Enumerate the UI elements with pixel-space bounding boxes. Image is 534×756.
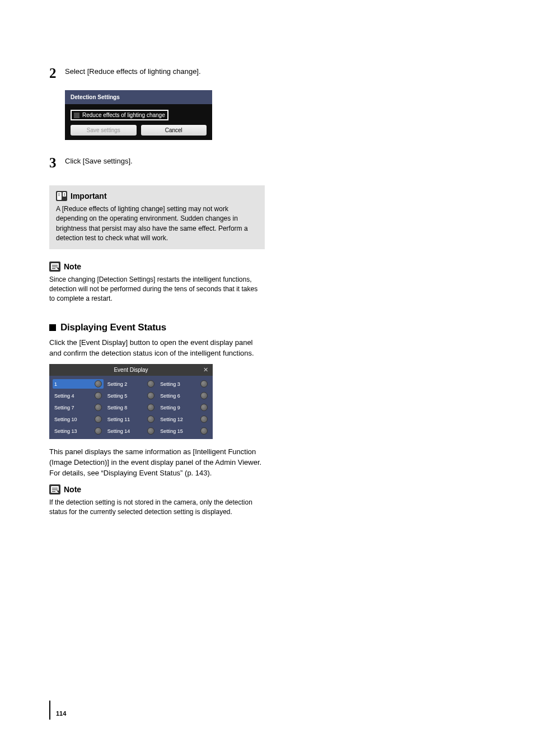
event-setting-cell[interactable]: 1: [53, 379, 104, 389]
cancel-button[interactable]: Cancel: [141, 125, 207, 136]
section-title: Displaying Event Status: [60, 322, 166, 333]
status-dot-icon: [200, 416, 208, 423]
event-setting-cell[interactable]: Setting 10: [53, 414, 104, 424]
status-dot-icon: [147, 404, 154, 411]
step-text: Select [Reduce effects of lighting chang…: [65, 66, 201, 80]
step-number: 3: [49, 156, 65, 170]
detection-settings-title: Detection Settings: [65, 90, 212, 104]
important-label: Important: [71, 192, 107, 200]
svg-text:!: !: [64, 192, 65, 197]
step-text: Click [Save settings].: [65, 156, 133, 170]
svg-rect-14: [52, 268, 55, 269]
svg-rect-18: [52, 489, 58, 490]
status-dot-icon: [147, 380, 154, 388]
status-dot-icon: [200, 380, 208, 388]
event-setting-label: 1: [54, 381, 57, 387]
svg-rect-7: [59, 195, 60, 196]
event-setting-label: Setting 3: [160, 381, 180, 387]
checkbox-icon: [74, 113, 79, 118]
important-callout: ! Important A [Reduce effects of lightin…: [49, 185, 265, 249]
note-body: If the detection setting is not stored i…: [49, 498, 265, 517]
status-dot-icon: [95, 427, 102, 435]
save-settings-button[interactable]: Save settings: [71, 125, 137, 136]
svg-rect-12: [52, 265, 58, 265]
event-setting-label: Setting 11: [107, 417, 130, 422]
note-icon: [49, 484, 60, 494]
event-display-title: Event Display ✕: [49, 364, 213, 376]
status-dot-icon: [200, 404, 208, 411]
square-bullet-icon: [49, 324, 56, 331]
event-setting-label: Setting 6: [160, 393, 180, 399]
event-setting-label: Setting 8: [107, 405, 128, 410]
svg-rect-3: [59, 193, 60, 194]
status-dot-icon: [147, 392, 154, 399]
event-setting-label: Setting 5: [107, 393, 128, 399]
svg-rect-19: [52, 491, 55, 492]
section-intro: Click the [Event Display] button to open…: [49, 338, 265, 359]
status-dot-icon: [95, 404, 102, 411]
note-label: Note: [64, 262, 81, 271]
note-callout: Note Since changing [Detection Settings]…: [49, 262, 265, 304]
svg-rect-6: [58, 195, 59, 196]
page-decoration: [49, 701, 50, 720]
event-setting-cell[interactable]: Setting 6: [158, 391, 209, 400]
event-setting-cell[interactable]: Setting 3: [158, 379, 209, 389]
event-setting-label: Setting 4: [54, 393, 74, 399]
reduce-lighting-checkbox[interactable]: Reduce effects of lighting change: [71, 110, 168, 120]
status-dot-icon: [200, 427, 208, 435]
note-label: Note: [64, 485, 81, 494]
event-setting-cell[interactable]: Setting 12: [158, 414, 209, 424]
event-setting-label: Setting 12: [160, 417, 183, 422]
svg-rect-2: [58, 193, 59, 194]
event-setting-label: Setting 14: [107, 428, 130, 434]
status-dot-icon: [200, 392, 208, 399]
status-dot-icon: [95, 416, 102, 423]
svg-rect-17: [52, 488, 58, 488]
event-setting-label: Setting 2: [107, 381, 128, 387]
event-setting-label: Setting 9: [160, 405, 180, 410]
event-setting-label: Setting 13: [54, 428, 77, 434]
event-setting-cell[interactable]: Setting 15: [158, 426, 209, 436]
svg-rect-5: [59, 194, 60, 195]
event-setting-cell[interactable]: Setting 9: [158, 403, 209, 412]
event-setting-cell[interactable]: Setting 8: [106, 403, 157, 412]
checkbox-label: Reduce effects of lighting change: [82, 112, 165, 118]
after-panel-text: This panel displays the same information…: [49, 447, 265, 479]
note-callout: Note If the detection setting is not sto…: [49, 484, 265, 517]
close-icon[interactable]: ✕: [203, 366, 208, 374]
event-display-screenshot: Event Display ✕ 1Setting 2Setting 3Setti…: [49, 364, 213, 439]
event-setting-cell[interactable]: Setting 4: [53, 391, 104, 400]
important-icon: !: [56, 191, 67, 201]
svg-rect-13: [52, 267, 58, 267]
note-body: Since changing [Detection Settings] rest…: [49, 275, 265, 304]
event-setting-cell[interactable]: Setting 13: [53, 426, 104, 436]
event-setting-cell[interactable]: Setting 5: [106, 391, 157, 400]
event-setting-cell[interactable]: Setting 14: [106, 426, 157, 436]
status-dot-icon: [147, 427, 154, 435]
section-heading: Displaying Event Status: [49, 322, 265, 333]
status-dot-icon: [147, 416, 154, 423]
page-number: 114: [56, 710, 66, 717]
step-3: 3 Click [Save settings].: [49, 156, 265, 170]
event-setting-cell[interactable]: Setting 7: [53, 403, 104, 412]
event-setting-label: Setting 15: [160, 428, 183, 434]
event-setting-label: Setting 10: [54, 417, 77, 422]
event-setting-cell[interactable]: Setting 2: [106, 379, 157, 389]
svg-rect-4: [58, 194, 59, 195]
status-dot-icon: [95, 380, 102, 388]
step-number: 2: [49, 66, 65, 80]
important-body: A [Reduce effects of lighting change] se…: [56, 204, 258, 244]
event-setting-label: Setting 7: [54, 405, 74, 410]
detection-settings-screenshot: Detection Settings Reduce effects of lig…: [65, 90, 212, 140]
note-icon: [49, 262, 60, 272]
step-2: 2 Select [Reduce effects of lighting cha…: [49, 66, 265, 80]
status-dot-icon: [95, 392, 102, 399]
event-setting-cell[interactable]: Setting 11: [106, 414, 157, 424]
